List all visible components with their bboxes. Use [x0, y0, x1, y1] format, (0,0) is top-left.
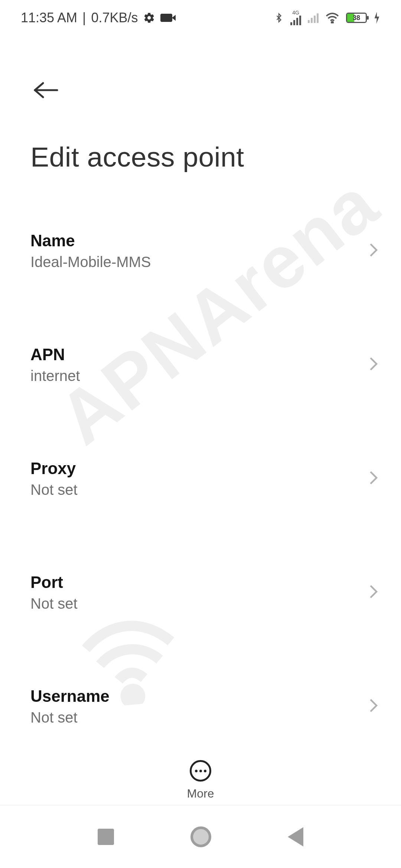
nav-recents-button[interactable]	[98, 829, 114, 845]
item-label: APN	[30, 345, 367, 364]
status-divider: |	[82, 10, 86, 26]
item-value: Not set	[30, 595, 367, 612]
username-row[interactable]: Username Not set	[0, 669, 401, 734]
system-nav-bar	[0, 805, 401, 868]
item-label: Port	[30, 573, 367, 592]
nav-home-button[interactable]	[190, 826, 211, 847]
proxy-row[interactable]: Proxy Not set	[0, 441, 401, 515]
chevron-right-icon	[368, 698, 379, 714]
arrow-left-icon	[33, 81, 59, 99]
item-label: Proxy	[30, 459, 367, 478]
item-label: Username	[30, 687, 367, 706]
settings-list[interactable]: Name Ideal-Mobile-MMS APN internet Proxy…	[0, 214, 401, 734]
chevron-right-icon	[368, 356, 379, 373]
status-data-rate: 0.7KB/s	[91, 10, 138, 26]
signal-sim2-icon	[308, 13, 319, 23]
charging-icon	[374, 12, 380, 24]
svg-line-2	[35, 83, 43, 90]
item-label: Name	[30, 231, 367, 250]
battery-icon: 38	[346, 13, 367, 23]
wifi-icon	[325, 12, 339, 23]
item-value: Not set	[30, 481, 367, 498]
status-right: 4G 38	[274, 10, 380, 25]
apn-name-row[interactable]: Name Ideal-Mobile-MMS	[0, 214, 401, 287]
apn-row[interactable]: APN internet	[0, 328, 401, 401]
page-title: Edit access point	[30, 141, 244, 173]
camera-icon	[160, 14, 172, 22]
item-value: Not set	[30, 709, 367, 726]
nav-back-button[interactable]	[288, 827, 303, 846]
more-icon	[190, 760, 211, 782]
chevron-right-icon	[368, 584, 379, 601]
item-value: Ideal-Mobile-MMS	[30, 254, 367, 270]
chevron-right-icon	[368, 243, 379, 259]
more-label: More	[187, 787, 214, 800]
signal-sim1-icon: 4G	[290, 10, 301, 25]
status-left: 11:35 AM | 0.7KB/s	[21, 10, 172, 26]
status-time: 11:35 AM	[21, 10, 77, 26]
item-value: internet	[30, 368, 367, 384]
back-button[interactable]	[33, 81, 59, 101]
more-button[interactable]: More	[0, 760, 401, 800]
svg-line-3	[35, 90, 43, 97]
svg-point-0	[332, 22, 333, 23]
chevron-right-icon	[368, 470, 379, 487]
status-bar: 11:35 AM | 0.7KB/s 4G 38	[0, 0, 401, 36]
port-row[interactable]: Port Not set	[0, 555, 401, 629]
bluetooth-icon	[274, 11, 284, 24]
gear-icon	[143, 12, 155, 24]
